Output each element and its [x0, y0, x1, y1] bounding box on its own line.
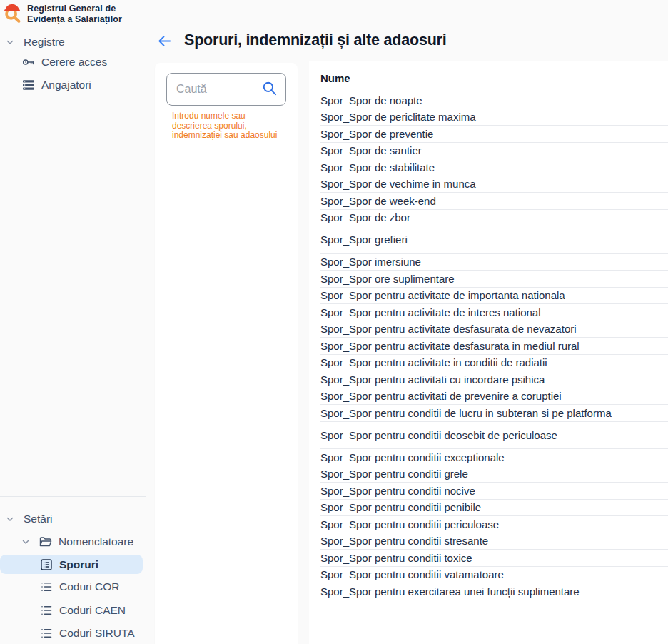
row-name: Spor_Spor pentru exercitarea unei funcți…	[320, 585, 580, 598]
table-row[interactable]: Spor_Spor pentru conditii vatamatoare	[320, 567, 668, 584]
column-header-nume: Nume	[320, 71, 668, 86]
dotted-list-icon	[39, 605, 54, 616]
table-row[interactable]: Spor_Spor pentru activitati cu incordare…	[320, 371, 668, 388]
dotted-list-icon	[39, 628, 54, 639]
row-name: Spor_Spor pentru conditii penibile	[320, 501, 481, 513]
folder-icon	[39, 536, 53, 548]
dotted-list-icon	[39, 581, 54, 593]
row-name: Spor_Spor pentru conditii deosebit de pe…	[320, 429, 557, 441]
sidebar-item-sporuri[interactable]: Sporuri	[39, 555, 98, 574]
sidebar: Registrul General de Evidență a Salariaț…	[0, 0, 153, 644]
sidebar-item-setari[interactable]: Setări	[6, 510, 53, 528]
brand: Registrul General de Evidență a Salariaț…	[1, 2, 122, 26]
row-name: Spor_Spor de santier	[320, 144, 422, 156]
row-name: Spor_Spor imersiune	[320, 256, 421, 268]
sidebar-item-label: Coduri COR	[59, 580, 119, 593]
table-row[interactable]: Spor_Spor ore suplimentare	[320, 271, 668, 288]
table-row[interactable]: Spor_Spor grefieri	[320, 226, 668, 254]
sidebar-item-angajatori[interactable]: Angajatori	[21, 76, 91, 94]
table-row[interactable]: Spor_Spor pentru conditii grele	[320, 466, 668, 483]
sidebar-item-coduri-siruta[interactable]: Coduri SIRUTA	[39, 624, 135, 643]
table-row[interactable]: Spor_Spor pentru conditii deosebit de pe…	[320, 422, 668, 450]
row-name: Spor_Spor pentru conditii periculoase	[320, 518, 499, 530]
sidebar-item-label: Angajatori	[41, 79, 91, 91]
table-row[interactable]: Spor_Spor de periclitate maxima	[320, 109, 668, 126]
table-row[interactable]: Spor_Spor de noapte	[320, 92, 668, 109]
search-hint: Introdu numele sau descrierea sporului, …	[172, 111, 290, 141]
sidebar-item-label: Cerere acces	[41, 56, 107, 69]
table-row[interactable]: Spor_Spor pentru conditii penibile	[320, 500, 668, 517]
arrow-left-icon	[156, 33, 173, 52]
search-icon[interactable]	[261, 80, 278, 99]
row-name: Spor_Spor pentru activitati cu incordare…	[320, 373, 545, 386]
table-row[interactable]: Spor_Spor pentru conditii de lucru in su…	[320, 405, 668, 422]
row-name: Spor_Spor pentru activitati de prevenire…	[320, 390, 562, 402]
row-name: Spor_Spor de stabilitate	[320, 161, 435, 173]
row-name: Spor_Spor pentru activitate de important…	[320, 289, 565, 301]
brand-title: Registrul General de Evidență a Salariaț…	[27, 4, 122, 25]
row-name: Spor_Spor de periclitate maxima	[320, 111, 476, 123]
sidebar-divider	[0, 496, 146, 497]
table-row[interactable]: Spor_Spor pentru conditii toxice	[320, 550, 668, 567]
row-name: Spor_Spor de vechime in munca	[320, 178, 476, 190]
sidebar-item-registre[interactable]: Registre	[6, 33, 65, 51]
sidebar-item-label: Registre	[24, 36, 65, 49]
sidebar-item-cerere-acces[interactable]: Cerere acces	[21, 53, 107, 71]
table-row[interactable]: Spor_Spor de stabilitate	[320, 159, 668, 176]
row-name: Spor_Spor pentru activitate desfasurata …	[320, 340, 580, 352]
table-row[interactable]: Spor_Spor imersiune	[320, 254, 668, 271]
chevron-down-icon	[6, 515, 14, 523]
table-row[interactable]: Spor_Spor pentru conditii nocive	[320, 483, 668, 500]
table-row[interactable]: Spor_Spor pentru conditii exceptionale	[320, 449, 668, 466]
table-body: Spor_Spor de noapteSpor_Spor de periclit…	[320, 92, 668, 600]
table-row[interactable]: Spor_Spor pentru activitate desfasurata …	[320, 321, 668, 338]
row-name: Spor_Spor pentru conditii nocive	[320, 485, 475, 497]
row-name: Spor_Spor pentru conditii exceptionale	[320, 451, 505, 463]
table-row[interactable]: Spor_Spor pentru activitate in conditii …	[320, 355, 668, 372]
row-name: Spor_Spor pentru conditii toxice	[320, 552, 472, 564]
table-row[interactable]: Spor_Spor de vechime in munca	[320, 176, 668, 193]
row-name: Spor_Spor pentru activitate desfasurata …	[320, 323, 577, 335]
row-name: Spor_Spor pentru conditii de lucru in su…	[320, 407, 612, 419]
row-name: Spor_Spor grefieri	[320, 233, 408, 246]
table-row[interactable]: Spor_Spor de santier	[320, 143, 668, 160]
row-name: Spor_Spor ore suplimentare	[320, 273, 455, 285]
row-name: Spor_Spor pentru conditii stresante	[320, 535, 488, 547]
sidebar-item-label: Setări	[24, 513, 53, 525]
table-row[interactable]: Spor_Spor pentru activitati de prevenire…	[320, 388, 668, 406]
chevron-down-icon	[21, 538, 30, 546]
stacked-list-icon	[21, 79, 36, 91]
row-name: Spor_Spor pentru activitate in conditii …	[320, 356, 547, 368]
card-list-icon	[39, 558, 54, 571]
back-button[interactable]	[156, 34, 175, 51]
sidebar-item-label: Nomenclatoare	[59, 535, 133, 548]
table-row[interactable]: Spor_Spor pentru conditii stresante	[320, 533, 668, 550]
search-box[interactable]	[166, 73, 286, 106]
row-name: Spor_Spor de zbor	[320, 211, 410, 223]
sidebar-item-coduri-caen[interactable]: Coduri CAEN	[39, 601, 126, 620]
row-name: Spor_Spor de week-end	[320, 195, 436, 207]
row-name: Spor_Spor pentru conditii vatamatoare	[320, 568, 504, 580]
table-row[interactable]: Spor_Spor de preventie	[320, 126, 668, 143]
sidebar-item-label: Coduri CAEN	[59, 604, 126, 617]
search-panel: Introdu numele sau descrierea sporului, …	[155, 63, 298, 644]
table-row[interactable]: Spor_Spor pentru conditii periculoase	[320, 516, 668, 533]
search-input[interactable]	[176, 83, 261, 96]
row-name: Spor_Spor de noapte	[320, 94, 422, 106]
table-row[interactable]: Spor_Spor de week-end	[320, 193, 668, 210]
table-row[interactable]: Spor_Spor pentru exercitarea unei funcți…	[320, 583, 668, 600]
sidebar-item-coduri-cor[interactable]: Coduri COR	[39, 578, 119, 596]
row-name: Spor_Spor pentru conditii grele	[320, 468, 468, 480]
key-icon	[21, 55, 36, 69]
table-row[interactable]: Spor_Spor de zbor	[320, 210, 668, 227]
sidebar-item-label: Sporuri	[59, 558, 98, 571]
table-panel: Nume Spor_Spor de noapteSpor_Spor de per…	[309, 61, 668, 644]
row-name: Spor_Spor pentru activitate de interes n…	[320, 306, 541, 318]
table-row[interactable]: Spor_Spor pentru activitate de important…	[320, 288, 668, 305]
brand-logo-icon	[1, 2, 23, 26]
sidebar-item-nomenclatoare[interactable]: Nomenclatoare	[21, 533, 133, 551]
sidebar-item-label: Coduri SIRUTA	[59, 627, 135, 640]
table-row[interactable]: Spor_Spor pentru activitate de interes n…	[320, 304, 668, 321]
row-name: Spor_Spor de preventie	[320, 128, 433, 140]
table-row[interactable]: Spor_Spor pentru activitate desfasurata …	[320, 338, 668, 355]
